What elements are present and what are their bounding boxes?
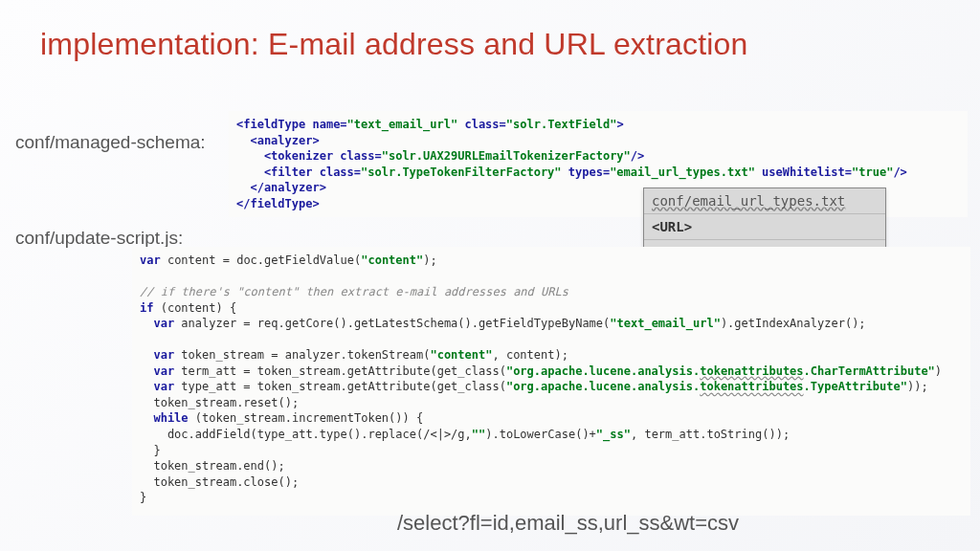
query-string: /select?fl=id,email_ss,url_ss&wt=csv bbox=[397, 511, 739, 536]
types-file-line: <URL> bbox=[644, 213, 885, 239]
slide-title: implementation: E-mail address and URL e… bbox=[40, 27, 748, 62]
script-code: var content = doc.getFieldValue("content… bbox=[132, 247, 970, 516]
script-label: conf/update-script.js: bbox=[15, 228, 183, 249]
schema-label: conf/managed-schema: bbox=[15, 132, 206, 153]
types-file-name: conf/email_url_types.txt bbox=[644, 188, 885, 213]
